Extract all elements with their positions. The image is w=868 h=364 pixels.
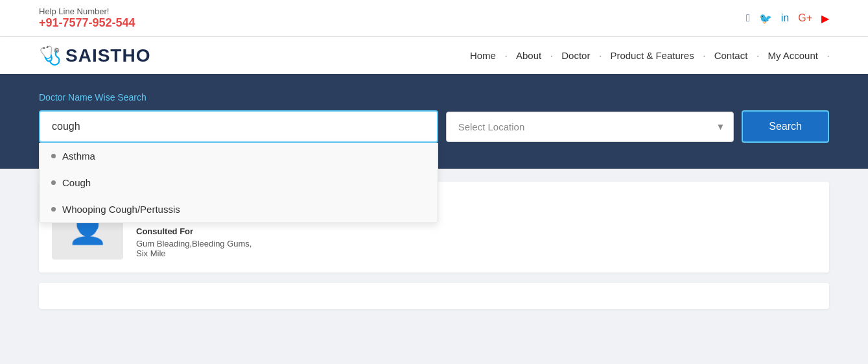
logo-text: SAISTHO xyxy=(65,45,150,66)
search-label: Doctor Name Wise Search xyxy=(39,92,829,103)
dropdown-label-whooping: Whooping Cough/Pertussis xyxy=(62,204,180,215)
nav-home[interactable]: Home xyxy=(463,47,502,64)
nav-bar: 🩺 SAISTHO Home ● About ● Doctor ● Produc… xyxy=(0,37,868,74)
bullet-asthma xyxy=(51,154,56,158)
nav-sep-4: ● xyxy=(703,54,705,58)
nav-doctor[interactable]: Doctor xyxy=(555,47,596,64)
nav-sep-6: ● xyxy=(827,54,829,58)
location-select[interactable]: Select Location xyxy=(446,112,734,142)
logo: 🩺 SAISTHO xyxy=(39,45,150,66)
nav-my-account[interactable]: My Account xyxy=(761,47,825,64)
partial-doctor-card xyxy=(39,283,829,309)
help-text: Help Line Number! xyxy=(39,6,135,16)
facebook-icon[interactable]:  xyxy=(746,12,750,24)
bullet-cough xyxy=(51,180,56,185)
consulted-label: Consulted For xyxy=(136,226,816,236)
dropdown-item-asthma[interactable]: Asthma xyxy=(40,143,438,169)
nav-sep-5: ● xyxy=(757,54,758,58)
dropdown-item-whooping[interactable]: Whooping Cough/Pertussis xyxy=(40,196,438,223)
search-button[interactable]: Search xyxy=(742,110,829,143)
youtube-icon[interactable]: ▶ xyxy=(821,12,829,25)
phone-number: +91-7577-952-544 xyxy=(39,16,135,30)
nav-links: Home ● About ● Doctor ● Product & Featur… xyxy=(463,47,829,64)
top-bar: Help Line Number! +91-7577-952-544  🐦 i… xyxy=(0,0,868,37)
location-select-wrap: Select Location ▼ xyxy=(446,112,734,142)
consulted-value: Gum Bleading,Bleeding Gums, xyxy=(136,239,816,249)
nav-contact[interactable]: Contact xyxy=(708,47,755,64)
search-section: Doctor Name Wise Search Asthma Cough Who… xyxy=(0,74,868,169)
search-input-wrap: Asthma Cough Whooping Cough/Pertussis xyxy=(39,110,438,143)
nav-sep-1: ● xyxy=(505,54,507,58)
nav-product-features[interactable]: Product & Features xyxy=(604,47,700,64)
nav-about[interactable]: About xyxy=(510,47,548,64)
search-dropdown: Asthma Cough Whooping Cough/Pertussis xyxy=(39,143,438,223)
twitter-icon[interactable]: 🐦 xyxy=(759,12,772,25)
location-value: Six Mile xyxy=(136,249,816,258)
dropdown-label-cough: Cough xyxy=(62,177,91,188)
linkedin-icon[interactable]: in xyxy=(781,12,789,24)
help-info: Help Line Number! +91-7577-952-544 xyxy=(39,6,135,30)
search-input[interactable] xyxy=(39,110,438,143)
dropdown-item-cough[interactable]: Cough xyxy=(40,169,438,196)
social-icons-bar:  🐦 in G+ ▶ xyxy=(746,12,829,25)
nav-sep-3: ● xyxy=(599,54,601,58)
logo-icon: 🩺 xyxy=(39,45,62,66)
search-row: Asthma Cough Whooping Cough/Pertussis Se… xyxy=(39,110,829,143)
nav-sep-2: ● xyxy=(550,54,552,58)
googleplus-icon[interactable]: G+ xyxy=(798,12,812,24)
dropdown-label-asthma: Asthma xyxy=(62,151,95,162)
bullet-whooping xyxy=(51,207,56,212)
